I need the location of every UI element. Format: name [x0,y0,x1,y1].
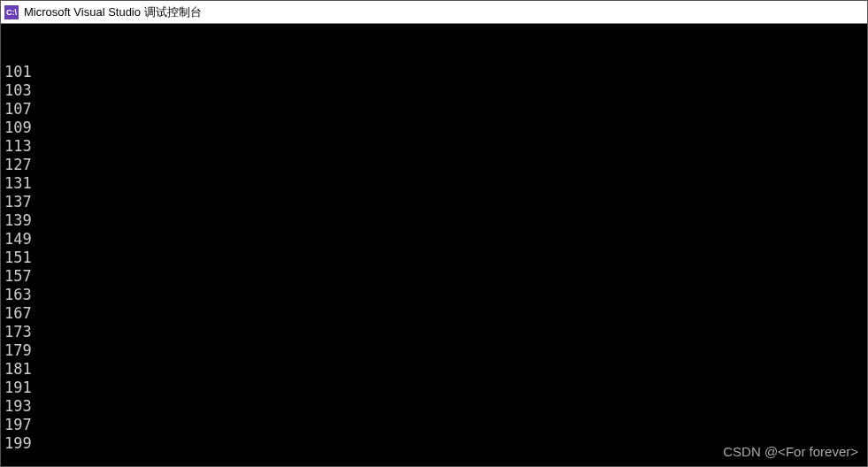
output-line: 139 [4,211,864,230]
window-title: Microsoft Visual Studio 调试控制台 [24,4,202,20]
output-line: 101 [4,63,864,81]
output-line: 181 [4,360,864,379]
output-line: 149 [4,230,864,249]
output-line: 137 [4,193,864,211]
output-line: 173 [4,323,864,341]
output-line: 167 [4,304,864,323]
output-line: 191 [4,379,864,397]
watermark: CSDN @<For forever> [723,442,858,461]
console-output[interactable]: 1011031071091131271311371391491511571631… [1,24,867,466]
visual-studio-icon: C:\ [4,5,19,19]
titlebar[interactable]: C:\ Microsoft Visual Studio 调试控制台 [1,1,867,24]
output-line: 109 [4,119,864,137]
output-line: 113 [4,137,864,156]
output-line: 103 [4,81,864,100]
output-line: 107 [4,100,864,119]
output-line: 179 [4,341,864,360]
output-line: 131 [4,174,864,193]
output-line: 197 [4,416,864,434]
output-line: 151 [4,249,864,267]
output-line: 127 [4,156,864,174]
output-line: 163 [4,286,864,304]
output-line: 193 [4,397,864,416]
output-block: 1011031071091131271311371391491511571631… [4,63,864,453]
output-line: 157 [4,267,864,286]
